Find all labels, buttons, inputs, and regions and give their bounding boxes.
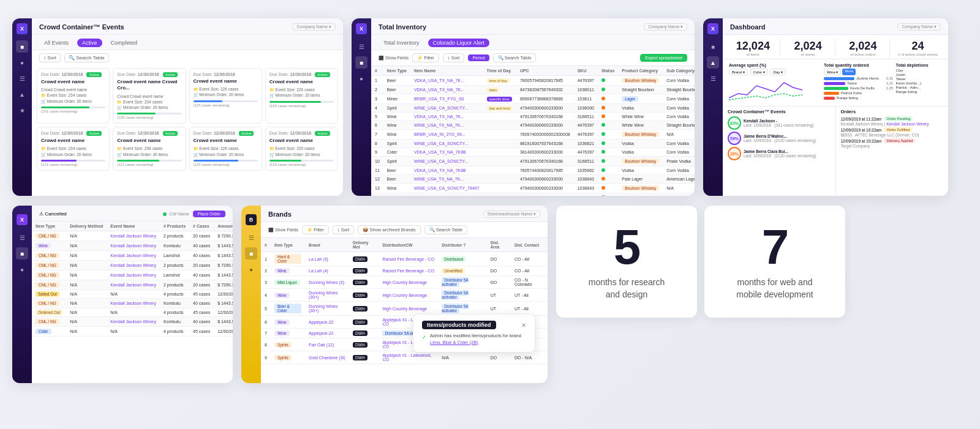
inv-company-selector[interactable]: Company Name ▾ xyxy=(644,23,687,31)
ord-sidebar-1[interactable]: ☰ xyxy=(16,231,28,244)
orders-card: X ☰ ■ ● ⚠ Cancelled xyxy=(12,206,233,383)
place-order-btn[interactable]: Place Order xyxy=(193,211,225,217)
dashboard-title: Dashboard xyxy=(730,23,765,31)
sidebar-star-icon[interactable]: ★ xyxy=(16,104,28,116)
events-card-inner: X ■ ● ☰ ▲ ★ Crowd Container™ Events Comp… xyxy=(12,18,343,196)
sort-btn-inv[interactable]: ↕ Sort xyxy=(443,53,465,62)
sidebar-people-icon[interactable]: ● xyxy=(16,56,28,69)
app-logo-events: X xyxy=(17,23,28,34)
inventory-card: X ☰ ■ ● Total Inventory Company Name ▾ T… xyxy=(352,18,695,196)
inventory-sidebar: X ☰ ■ ● xyxy=(352,18,371,196)
brand-sort-btn[interactable]: ↕ Sort xyxy=(333,225,355,234)
table-row: CML / NGN/AKendall Jackson WineryLamshot… xyxy=(32,251,233,261)
filter-btn[interactable]: ⚡ Filter xyxy=(412,53,439,62)
brand-sidebar-1[interactable]: ☰ xyxy=(245,231,257,244)
col-delivery: Delivery Method xyxy=(66,222,107,231)
sidebar-list-icon[interactable]: ☰ xyxy=(16,72,28,84)
tab-active[interactable]: Active xyxy=(77,39,102,47)
brands-sidebar: B ☰ ■ ● xyxy=(241,206,261,383)
col-upc: UPC xyxy=(516,66,574,76)
total-qty-label: Total quantity ordered xyxy=(824,63,893,67)
sidebar-home-icon[interactable]: ■ xyxy=(16,40,28,53)
col-event-name: Event Name xyxy=(107,222,160,231)
orders-header: ⚠ Cancelled CW Name Place Order xyxy=(32,206,233,222)
table-row: 6WineWINE_USA_TX_NA_7K...479400300600233… xyxy=(371,121,695,130)
toast-link[interactable]: Lima, Blue & Cider (2B) xyxy=(430,340,478,345)
stat-number-seven: 7 xyxy=(762,223,788,272)
orders-label: Orders xyxy=(841,109,944,114)
top-row: X ■ ● ☰ ▲ ★ Crowd Container™ Events Comp… xyxy=(12,18,968,196)
table-row: 3MinerBRBR_USA_TX_FYG_S8specific time899… xyxy=(371,94,695,104)
orders-table: Item Type Delivery Method Event Name # P… xyxy=(32,222,233,337)
brand-sidebar-3[interactable]: ● xyxy=(245,263,257,275)
orders-cancelled-badge: ⚠ Cancelled xyxy=(39,211,67,217)
table-row: 2 Wine La Lah (4) DWH Raised Fire Bevera… xyxy=(261,266,548,276)
table-row: 1 Hard & Cider La Lah (3) DWH Raised Fir… xyxy=(261,252,548,266)
table-row: 4SpiritWINE_USA_CA_SONCTY...day and time… xyxy=(371,104,695,113)
search-table-btn-inv[interactable]: 🔍 Search Table xyxy=(493,53,537,62)
brands-header: Brands Store/warehouse Name ▾ xyxy=(261,206,548,222)
dashboard-card: X ■ ▲ ☰ Dashboard Company Name ▾ 12,024 xyxy=(703,18,948,196)
period-badge[interactable]: Period xyxy=(468,54,489,61)
table-row: 7WineBRBR_USA_IN_2YD_99...78097400300600… xyxy=(371,130,695,140)
brand-sidebar-2[interactable]: ■ xyxy=(245,247,257,259)
stat-cards-right: 5 months for researchand design 7 months… xyxy=(556,206,845,318)
brands-card-inner: B ☰ ■ ● Brands Store/warehouse Name ▾ ⬛ … xyxy=(241,206,548,383)
events-tab-bar: All Events Active Completed xyxy=(32,35,343,50)
dash-event-row-2: 59% Jaime Berra D'Malinc... Last: 1/09/2… xyxy=(728,132,831,145)
table-row: 12BeerWINE_USA_TX_NA_7K...47940030060023… xyxy=(371,175,695,184)
total-depl-label: Total depletions xyxy=(895,63,942,67)
stat-label-seven: months for web andmobile development xyxy=(736,277,813,300)
filter-color[interactable]: Color ▾ xyxy=(750,69,768,75)
stat-number-five: 5 xyxy=(614,223,640,272)
filter-brand[interactable]: Brand ▾ xyxy=(729,69,748,75)
inv-tab-total[interactable]: Total Inventory xyxy=(379,39,424,47)
table-row: Ordered OutN/AN/A4 products45 cases12/30… xyxy=(32,308,233,317)
col-amount: Amount xyxy=(214,222,233,231)
table-row: CML / NGN/AKendall Jackson WineryKombutu… xyxy=(32,299,233,308)
sort-btn[interactable]: ↕ Sort xyxy=(39,53,61,62)
col-item-type-ord: Item Type xyxy=(32,222,66,231)
inv-sidebar-2[interactable]: ■ xyxy=(355,56,368,69)
sidebar-chart-icon[interactable]: ▲ xyxy=(16,88,28,100)
table-row: 1BeerVDKA_USA_TX_NA_7K...time of day7800… xyxy=(371,76,695,86)
dash-company-selector[interactable]: Company Name ▾ xyxy=(897,23,941,31)
inv-tab-colorado[interactable]: Colorado Liquor Alert xyxy=(428,39,490,47)
dash-sidebar-1[interactable]: ■ xyxy=(707,40,719,53)
export-btn[interactable]: Export spreadsheet xyxy=(640,54,687,62)
toast-notification: Items/products modified ✕ ✓ Admin has mo… xyxy=(413,314,535,353)
brands-title: Brands xyxy=(268,211,292,218)
table-row: 10SpiritWINE_USA_CA_SONCTY...47913067067… xyxy=(371,157,695,166)
inv-sidebar-1[interactable]: ☰ xyxy=(355,40,368,53)
dash-sidebar-2[interactable]: ▲ xyxy=(707,56,719,69)
brand-archived-btn[interactable]: 📦 Show archived Brands xyxy=(358,225,420,234)
brand-company-selector[interactable]: Store/warehouse Name ▾ xyxy=(483,211,540,218)
col-products: # Products xyxy=(160,222,189,231)
dash-sidebar-3[interactable]: ☰ xyxy=(707,72,719,84)
ord-sidebar-3[interactable]: ● xyxy=(16,263,28,275)
show-fields-label: ⬛ Show Fields xyxy=(379,56,409,61)
inv-sidebar-3[interactable]: ● xyxy=(355,72,368,84)
avg-spent-chart xyxy=(729,76,802,101)
filter-wine[interactable]: Wine ▾ xyxy=(824,69,841,75)
brand-search-btn[interactable]: 🔍 Search Table xyxy=(424,225,468,234)
inventory-table: # Item Type Item Name Time of Day UPC SK… xyxy=(371,66,695,196)
filter-day[interactable]: Day ▾ xyxy=(771,69,786,75)
stat-stores-label: of stores xyxy=(784,53,832,56)
table-row: 11BeerVDKA_USA_TX_NA_7K8B780574400820617… xyxy=(371,166,695,175)
col-sku: SKU xyxy=(574,66,598,76)
brand-filter-btn[interactable]: ⚡ Filter xyxy=(302,225,329,234)
crowd-events-label: Crowd Container™ Events xyxy=(728,109,831,114)
ord-sidebar-2[interactable]: ■ xyxy=(16,247,28,259)
company-selector[interactable]: Company Name ▾ xyxy=(292,23,336,31)
tab-all-events[interactable]: All Events xyxy=(39,39,74,47)
tab-completed[interactable]: Completed xyxy=(106,39,143,47)
filter-more[interactable]: More xyxy=(842,69,856,75)
orders-card-inner: X ☰ ■ ● ⚠ Cancelled xyxy=(12,206,233,383)
events-title: Crowd Container™ Events xyxy=(39,23,124,31)
table-row: 3 Mild Liquor Dunning Wines (3) DWH High… xyxy=(261,276,548,289)
stat-card-seven: 7 months for web andmobile development xyxy=(704,206,845,318)
col-num: # xyxy=(371,66,383,76)
search-table-btn[interactable]: 🔍 Search Table xyxy=(64,53,109,62)
toast-close-btn[interactable]: ✕ xyxy=(521,322,526,329)
